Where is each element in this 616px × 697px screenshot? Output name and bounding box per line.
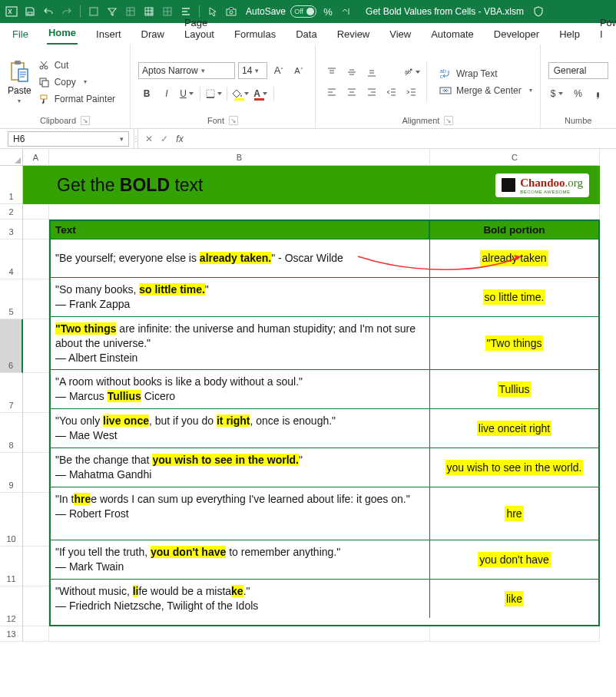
table-row[interactable]: "You only live once, but if you do it ri…: [51, 409, 430, 448]
font-dialog-launcher-icon[interactable]: ↘: [229, 116, 238, 125]
tab-developer[interactable]: Developer: [492, 25, 541, 45]
copy-button[interactable]: Copy▾: [38, 76, 115, 88]
cell[interactable]: [23, 239, 49, 279]
undo-icon[interactable]: [41, 5, 55, 18]
qat-freeze-icon[interactable]: [124, 5, 137, 18]
row-header[interactable]: 1: [0, 166, 23, 204]
enter-formula-icon[interactable]: ✓: [157, 134, 172, 144]
tab-insert[interactable]: Insert: [94, 25, 123, 45]
row-header[interactable]: 13: [0, 626, 23, 642]
col-header[interactable]: A: [23, 149, 49, 166]
paste-label[interactable]: Paste: [8, 85, 31, 96]
cell[interactable]: [23, 626, 49, 642]
alignment-dialog-launcher-icon[interactable]: ↘: [444, 116, 453, 125]
row-header[interactable]: 4: [0, 239, 23, 279]
table-row[interactable]: "Without music, life would be a mistake.…: [51, 580, 430, 618]
font-color-button[interactable]: A: [252, 85, 269, 102]
qat-filter-icon[interactable]: [105, 5, 119, 18]
row-header[interactable]: 12: [0, 586, 23, 626]
cell[interactable]: [23, 413, 49, 453]
align-middle-icon[interactable]: [343, 64, 360, 81]
clipboard-dialog-launcher-icon[interactable]: ↘: [81, 116, 90, 125]
cell[interactable]: [23, 220, 49, 239]
decrease-font-icon[interactable]: A˅: [290, 62, 307, 79]
qat-cursor-icon[interactable]: [206, 5, 220, 18]
cell[interactable]: [23, 547, 49, 586]
cell[interactable]: [49, 204, 430, 220]
table-row[interactable]: "Two things: [430, 317, 598, 369]
paste-dropdown-icon[interactable]: ▾: [18, 97, 21, 104]
row-header[interactable]: 6: [0, 319, 23, 373]
name-box[interactable]: H6▾: [8, 131, 129, 147]
table-row[interactable]: you wish to see in the world.: [430, 448, 598, 487]
table-row[interactable]: "So many books, so little time." ― Frank…: [51, 278, 430, 316]
tab-formulas[interactable]: Formulas: [233, 25, 277, 45]
underline-button[interactable]: U: [178, 85, 195, 102]
align-right-icon[interactable]: [363, 84, 380, 101]
tab-home[interactable]: Home: [47, 24, 78, 45]
cell[interactable]: [23, 204, 49, 220]
align-top-icon[interactable]: [323, 64, 340, 81]
autosave-toggle[interactable]: AutoSave Off: [246, 5, 316, 18]
cancel-formula-icon[interactable]: ✕: [141, 134, 157, 144]
format-painter-button[interactable]: Format Painter: [38, 93, 115, 105]
insert-function-icon[interactable]: fx: [172, 134, 187, 144]
row-header[interactable]: 10: [0, 493, 23, 547]
qat-camera-icon[interactable]: [224, 5, 238, 18]
tab-help[interactable]: Help: [558, 25, 581, 45]
table-row[interactable]: like: [430, 580, 598, 618]
table-row[interactable]: you don't have: [430, 540, 598, 579]
font-name-combo[interactable]: Aptos Narrow▾: [138, 62, 235, 79]
table-row[interactable]: "Be the change that you wish to see in t…: [51, 448, 430, 487]
row-header[interactable]: 9: [0, 453, 23, 493]
cell[interactable]: [23, 319, 49, 373]
table-row[interactable]: Tullius: [430, 370, 598, 408]
cell[interactable]: [23, 279, 49, 319]
table-row[interactable]: live onceit right: [430, 409, 598, 448]
table-row[interactable]: "In three words I can sum up everything …: [51, 487, 430, 540]
decrease-indent-icon[interactable]: [383, 84, 400, 101]
row-header[interactable]: 5: [0, 279, 23, 319]
tab-page-layout[interactable]: Page Layout: [183, 14, 216, 45]
merge-center-button[interactable]: Merge & Center▾: [439, 84, 532, 97]
tab-view[interactable]: View: [388, 25, 412, 45]
italic-button[interactable]: I: [158, 85, 175, 102]
row-header[interactable]: 8: [0, 413, 23, 453]
increase-font-icon[interactable]: A˄: [270, 62, 287, 79]
row-header[interactable]: 3: [0, 220, 23, 239]
privacy-shield-icon[interactable]: [532, 5, 545, 18]
qat-percent-icon[interactable]: %: [321, 5, 335, 18]
cell[interactable]: [23, 453, 49, 493]
align-left-icon[interactable]: [323, 84, 340, 101]
select-all-button[interactable]: [0, 149, 23, 166]
percent-button[interactable]: %: [570, 85, 587, 102]
col-header[interactable]: C: [430, 149, 600, 166]
table-row[interactable]: already taken: [430, 239, 598, 277]
qat-shape-icon[interactable]: [87, 5, 101, 18]
align-center-icon[interactable]: [343, 84, 360, 101]
table-row[interactable]: "Two things are infinite: the universe a…: [51, 317, 430, 369]
table-row[interactable]: "If you tell the truth, you don't have t…: [51, 540, 430, 579]
align-bottom-icon[interactable]: [363, 64, 380, 81]
table-header-text[interactable]: Text: [51, 221, 430, 239]
row-header[interactable]: 7: [0, 373, 23, 413]
tab-data[interactable]: Data: [294, 25, 318, 45]
cell[interactable]: [23, 586, 49, 626]
cell[interactable]: [23, 493, 49, 547]
wrap-text-button[interactable]: abcWrap Text: [439, 68, 532, 80]
qat-customize-icon[interactable]: [339, 5, 353, 18]
number-format-combo[interactable]: General: [548, 62, 608, 79]
tab-review[interactable]: Review: [336, 25, 372, 45]
tab-power[interactable]: Power I: [598, 14, 616, 45]
font-size-combo[interactable]: 14▾: [238, 62, 267, 79]
row-header[interactable]: 11: [0, 547, 23, 586]
tab-draw[interactable]: Draw: [140, 25, 166, 45]
tab-automate[interactable]: Automate: [429, 25, 475, 45]
fill-color-button[interactable]: [232, 85, 249, 102]
table-row[interactable]: "A room without books is like a body wit…: [51, 370, 430, 408]
cell[interactable]: [49, 626, 430, 642]
currency-button[interactable]: $: [548, 85, 565, 102]
qat-pivot-icon[interactable]: [161, 5, 174, 18]
qat-table-icon[interactable]: [142, 5, 156, 18]
col-header[interactable]: B: [49, 149, 430, 166]
